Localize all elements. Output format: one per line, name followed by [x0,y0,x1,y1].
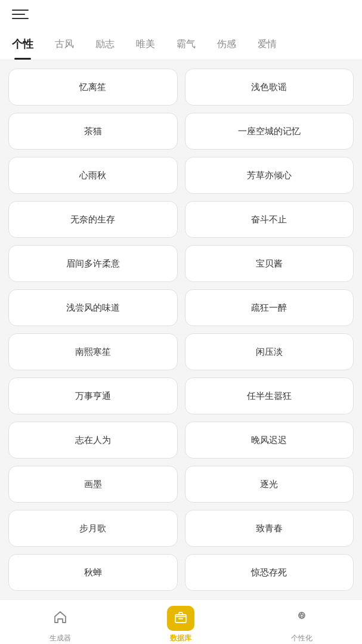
bottom-nav: 生成器 数据库 个性化 [0,599,362,644]
grid-container: 忆离笙浅色歌谣茶猫一座空城的记忆心雨秋芳草亦倾心无奈的生存奋斗不止眉间多许柔意宝… [0,60,362,599]
grid-item[interactable]: 心雨秋 [8,157,178,194]
nav-label: 数据库 [170,633,191,643]
grid-item[interactable]: 惊恐存死 [185,554,354,591]
category-item-baqj[interactable]: 霸气 [174,30,198,59]
grid-item[interactable]: 画墨 [8,466,178,503]
grid-item[interactable]: 疏狂一醉 [185,289,354,326]
category-item-gufeng[interactable]: 古风 [52,30,76,59]
nav-item-database[interactable]: 数据库 [157,606,205,643]
grid-item[interactable]: 闲压淡 [185,333,354,370]
box-icon [167,606,194,631]
grid-item[interactable]: 一座空城的记忆 [185,113,354,150]
category-bar: 个性古风励志唯美霸气伤感爱情 [0,29,362,60]
grid-item[interactable]: 逐光 [185,466,354,503]
grid-item[interactable]: 茶猫 [8,113,178,150]
grid-item[interactable]: 奋斗不止 [185,201,354,238]
menu-button[interactable] [12,10,29,19]
grid-item[interactable]: 晚风迟迟 [185,422,354,459]
grid-item[interactable]: 宝贝酱 [185,245,354,282]
grid-item[interactable]: 任半生嚣狂 [185,377,354,414]
category-item-gexing[interactable]: 个性 [10,29,36,60]
home-icon [47,606,74,631]
grid-item[interactable]: 南熙寒笙 [8,333,178,370]
grid-item[interactable]: 致青春 [185,510,354,547]
grid-item[interactable]: 眉间多许柔意 [8,245,178,282]
grid-item[interactable]: 无奈的生存 [8,201,178,238]
grid-item[interactable]: 忆离笙 [8,69,178,106]
grid-item[interactable]: 步月歌 [8,510,178,547]
star-icon [288,606,315,631]
nav-item-personalize[interactable]: 个性化 [278,606,326,643]
category-item-aiqing[interactable]: 爱情 [255,30,279,59]
header [0,0,362,29]
grid-item[interactable]: 志在人为 [8,422,178,459]
nav-label: 个性化 [291,633,313,643]
category-item-lizhi[interactable]: 励志 [93,30,117,59]
grid-item[interactable]: 浅色歌谣 [185,69,354,106]
grid-item[interactable]: 浅尝风的味道 [8,289,178,326]
nav-label: 生成器 [49,633,71,643]
nav-item-generator[interactable]: 生成器 [36,606,84,643]
grid-item[interactable]: 秋蝉 [8,554,178,591]
category-item-shanggan[interactable]: 伤感 [215,30,239,59]
grid-item[interactable]: 芳草亦倾心 [185,157,354,194]
category-item-weimei[interactable]: 唯美 [134,30,157,59]
grid-item[interactable]: 万事亨通 [8,377,178,414]
